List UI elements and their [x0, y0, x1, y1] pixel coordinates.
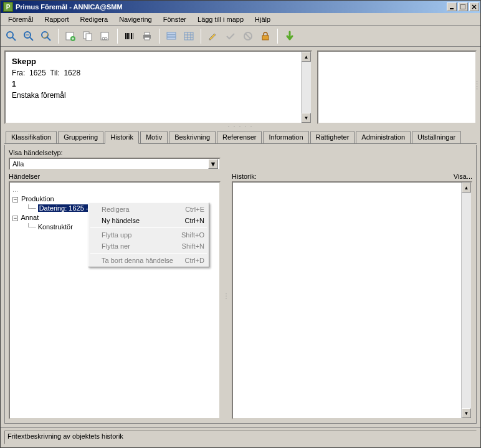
scroll-up-icon[interactable]: ▲ [302, 52, 311, 62]
svg-rect-30 [167, 35, 176, 37]
grid-view-icon[interactable] [181, 28, 197, 44]
object-info-panel: Skepp Fra: 1625 Til: 1628 1 Enstaka före… [4, 50, 312, 124]
title-bar: P Primus Föremål - ANNICA@SMM [1, 1, 480, 13]
info-scrollbar[interactable]: ▲ ▼ [301, 52, 311, 123]
barcode-icon[interactable] [121, 28, 138, 44]
cm-shortcut: Ctrl+E [185, 206, 204, 213]
tree-label: Konstruktör [38, 223, 73, 231]
date-range: Fra: 1625 Til: 1628 [12, 69, 305, 77]
scroll-down-icon[interactable]: ▼ [302, 113, 311, 123]
tab-motiv[interactable]: Motiv [140, 131, 168, 143]
svg-rect-16 [86, 34, 92, 41]
events-tree[interactable]: ... − Produktion └─ Datering: 1625 - 162… [9, 181, 221, 419]
cancel-icon[interactable] [240, 28, 256, 44]
filter-label: Visa händelsetyp: [9, 149, 472, 156]
svg-rect-39 [262, 36, 269, 40]
svg-line-7 [30, 37, 33, 41]
tab-beskrivning[interactable]: Beskrivning [169, 131, 216, 143]
tab-administration[interactable]: Administration [356, 131, 411, 143]
lock-icon[interactable] [257, 28, 274, 44]
cm-label: Ny händelse [102, 217, 140, 224]
svg-rect-32 [184, 32, 193, 40]
tab-gruppering[interactable]: Gruppering [58, 131, 103, 143]
vertical-splitter[interactable]: ···· [224, 173, 228, 419]
events-header: Händelser [9, 173, 40, 180]
cm-redigera: Redigera Ctrl+E [89, 204, 208, 215]
svg-rect-31 [167, 37, 176, 39]
new-record-icon[interactable] [62, 28, 79, 44]
object-type-label: Skepp [12, 57, 305, 66]
svg-rect-28 [145, 37, 150, 40]
cm-shortcut: Ctrl+N [185, 217, 204, 224]
edit-icon[interactable] [205, 28, 221, 44]
tree-label: Annat [21, 214, 39, 221]
event-type-dropdown[interactable]: Alla ▼ [9, 158, 221, 170]
svg-rect-0 [450, 8, 454, 9]
fra-value: 1625 [29, 69, 46, 77]
cm-label: Ta bort denna händelse [102, 257, 173, 264]
tab-utstallningar[interactable]: Utställningar [412, 131, 461, 143]
til-value: 1628 [64, 69, 80, 77]
zoom-in-icon[interactable] [3, 28, 19, 44]
cm-label: Flytta ner [102, 242, 130, 250]
svg-point-9 [42, 32, 48, 38]
menu-foremal[interactable]: Föremål [3, 14, 38, 24]
tab-referenser[interactable]: Referenser [217, 131, 262, 143]
maximize-button[interactable] [458, 2, 468, 11]
historik-text-area[interactable]: ▲ ▼ [232, 181, 472, 419]
cm-flytta-upp: Flytta upp Shift+O [89, 229, 208, 241]
tree-label: Produktion [21, 195, 54, 203]
tab-klassifikation[interactable]: Klassifikation [6, 131, 57, 143]
menu-navigering[interactable]: Navigering [114, 14, 157, 24]
svg-rect-22 [128, 33, 129, 39]
collapse-icon[interactable]: − [12, 197, 18, 203]
tab-rattigheter[interactable]: Rättigheter [310, 131, 355, 143]
cm-shortcut: Ctrl+D [185, 257, 204, 264]
tab-historik[interactable]: Historik [105, 131, 139, 144]
tree-branch-icon: └─ [26, 204, 36, 212]
horizontal-splitter[interactable]: · · · · · [4, 125, 477, 130]
cm-label: Redigera [102, 206, 130, 213]
collapse-icon[interactable]: − [12, 216, 18, 221]
status-bar: Fritextbeskrivning av objektets historik [1, 427, 480, 447]
menu-hjalp[interactable]: Hjälp [250, 14, 275, 24]
svg-rect-27 [145, 32, 150, 35]
menu-rapport[interactable]: Rapport [39, 14, 74, 24]
svg-rect-1 [460, 4, 465, 9]
minimize-button[interactable] [447, 2, 457, 11]
chevron-down-icon[interactable]: ▼ [208, 159, 218, 169]
cm-ta-bort: Ta bort denna händelse Ctrl+D [89, 255, 208, 266]
menu-redigera[interactable]: Redigera [75, 14, 113, 24]
close-button[interactable] [469, 2, 479, 11]
download-arrow-icon[interactable] [282, 28, 298, 44]
object-desc: Enstaka föremål [12, 91, 305, 100]
textarea-scrollbar[interactable]: ▲ ▼ [461, 183, 471, 418]
form-view-icon[interactable] [163, 28, 179, 44]
svg-rect-20 [125, 33, 126, 39]
svg-line-38 [245, 34, 250, 39]
zoom-out-icon[interactable] [21, 28, 37, 44]
link-icon[interactable] [97, 28, 113, 44]
accept-icon[interactable] [222, 28, 239, 44]
object-number: 1 [12, 80, 305, 88]
status-text: Fritextbeskrivning av objektets historik [4, 431, 477, 444]
svg-rect-25 [133, 33, 133, 39]
app-icon: P [3, 2, 13, 12]
svg-rect-24 [131, 33, 132, 39]
cm-shortcut: Shift+N [182, 242, 204, 250]
historik-header: Historik: [232, 173, 257, 180]
panel-resize-handle[interactable]: ···· [476, 80, 478, 90]
cm-separator [90, 253, 207, 254]
menu-lagg-till[interactable]: Lägg till i mapp [193, 14, 249, 24]
zoom-reset-icon[interactable] [38, 28, 54, 44]
scroll-down-icon[interactable]: ▼ [462, 408, 471, 418]
copy-icon[interactable] [80, 28, 96, 44]
visa-link[interactable]: Visa... [454, 173, 472, 180]
svg-rect-29 [167, 32, 176, 34]
toolbar [1, 26, 480, 47]
print-icon[interactable] [139, 28, 155, 44]
cm-ny-handelse[interactable]: Ny händelse Ctrl+N [89, 215, 208, 226]
tab-information[interactable]: Information [263, 131, 308, 143]
scroll-up-icon[interactable]: ▲ [462, 183, 471, 193]
menu-fonster[interactable]: Fönster [158, 14, 191, 24]
